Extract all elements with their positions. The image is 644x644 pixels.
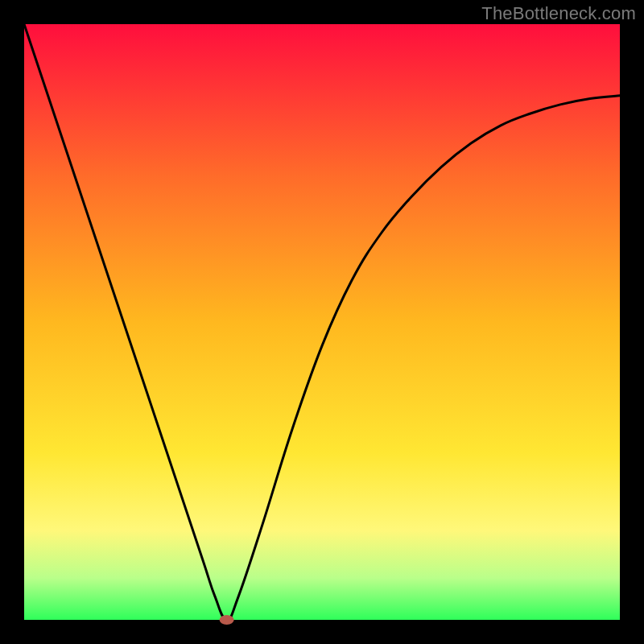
watermark-text: TheBottleneck.com: [481, 3, 636, 24]
chart-frame: TheBottleneck.com: [0, 0, 644, 644]
chart-svg: [0, 0, 644, 644]
minimum-dot: [220, 615, 234, 625]
